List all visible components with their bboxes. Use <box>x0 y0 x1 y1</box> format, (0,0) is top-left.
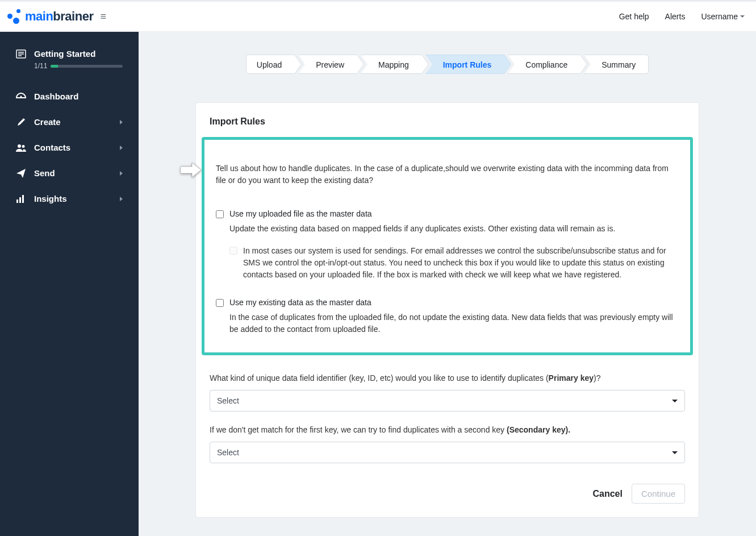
step-import-rules[interactable]: Import Rules <box>425 55 505 74</box>
card-title: Import Rules <box>207 117 687 127</box>
cancel-button[interactable]: Cancel <box>592 489 622 499</box>
sidebar-item-label: Insights <box>34 194 67 203</box>
chart-icon <box>16 195 26 203</box>
primary-key-label: What kind of unique data field identifie… <box>210 372 685 384</box>
sidebar-item-label: Create <box>34 117 61 127</box>
secondary-key-select[interactable]: Select <box>210 442 685 463</box>
step-preview[interactable]: Preview <box>298 55 357 74</box>
option-keep-status-checkbox[interactable] <box>229 247 237 255</box>
sidebar-getting-started[interactable]: Getting Started 1/11 <box>0 49 139 84</box>
sidebar-item-label: Send <box>34 168 55 178</box>
username-label: Username <box>701 12 738 21</box>
secondary-key-value: Select <box>217 448 239 457</box>
duplicates-intro: Tell us about how to handle duplicates. … <box>216 163 679 186</box>
wizard-steps: Upload Preview Mapping Import Rules Comp… <box>195 55 699 74</box>
option-existing-master-label: Use my existing data as the master data <box>229 298 371 307</box>
svg-rect-6 <box>16 200 18 203</box>
getting-started-progress-label: 1/11 <box>34 62 47 70</box>
svg-point-5 <box>22 145 25 148</box>
pencil-icon <box>16 118 26 127</box>
chevron-down-icon <box>740 15 745 18</box>
logo-text: mainbrainer <box>25 9 93 24</box>
step-mapping[interactable]: Mapping <box>361 55 422 74</box>
step-upload[interactable]: Upload <box>246 55 295 74</box>
progress-bar <box>51 65 123 68</box>
svg-rect-7 <box>19 197 21 203</box>
option-keep-status-desc: In most cases our system is used for sen… <box>243 245 679 281</box>
contacts-icon <box>16 144 26 152</box>
step-summary[interactable]: Summary <box>584 55 649 74</box>
sidebar-item-label: Dashboard <box>34 92 78 101</box>
sidebar-item-dashboard[interactable]: Dashboard <box>0 84 139 109</box>
user-menu[interactable]: Username <box>701 12 745 21</box>
send-icon <box>16 169 26 178</box>
sidebar: Getting Started 1/11 Dashboard Create <box>0 32 139 536</box>
sidebar-item-label: Contacts <box>34 143 70 152</box>
menu-toggle-icon[interactable]: ≡ <box>100 11 106 22</box>
sidebar-item-send[interactable]: Send <box>0 160 139 186</box>
chevron-right-icon <box>120 171 123 176</box>
svg-point-4 <box>18 144 21 148</box>
sidebar-item-contacts[interactable]: Contacts <box>0 135 139 160</box>
import-rules-card: Import Rules Tell us about how to handle… <box>195 102 699 518</box>
get-help-link[interactable]: Get help <box>619 12 649 21</box>
option-uploaded-master-desc: Update the existing data based on mapped… <box>229 223 679 235</box>
continue-button[interactable]: Continue <box>632 484 685 504</box>
option-uploaded-master-checkbox[interactable] <box>216 210 224 218</box>
svg-rect-8 <box>22 195 24 203</box>
main-content: Upload Preview Mapping Import Rules Comp… <box>139 32 756 536</box>
primary-key-select[interactable]: Select <box>210 390 685 412</box>
logo[interactable]: mainbrainer <box>6 9 93 24</box>
chevron-right-icon <box>120 146 123 150</box>
callout-arrow-icon <box>181 163 201 177</box>
sidebar-item-create[interactable]: Create <box>0 109 139 135</box>
step-compliance[interactable]: Compliance <box>508 55 580 74</box>
top-header: mainbrainer ≡ Get help Alerts Username <box>0 0 756 32</box>
sidebar-item-insights[interactable]: Insights <box>0 186 139 211</box>
secondary-key-label: If we don't get match for the first key,… <box>210 424 685 436</box>
primary-key-value: Select <box>217 396 239 405</box>
chevron-right-icon <box>120 197 123 201</box>
option-existing-master-desc: In the case of duplicates from the uploa… <box>229 311 679 335</box>
option-uploaded-master-label: Use my uploaded file as the master data <box>229 209 372 218</box>
option-existing-master-checkbox[interactable] <box>216 299 224 307</box>
dropdown-caret-icon <box>672 451 678 454</box>
dashboard-icon <box>16 93 26 101</box>
highlight-frame: Tell us about how to handle duplicates. … <box>202 137 693 355</box>
chevron-right-icon <box>120 120 123 124</box>
logo-icon <box>6 9 20 24</box>
getting-started-label: Getting Started <box>34 49 95 59</box>
alerts-link[interactable]: Alerts <box>665 12 686 21</box>
dropdown-caret-icon <box>672 400 678 402</box>
list-icon <box>16 49 26 59</box>
